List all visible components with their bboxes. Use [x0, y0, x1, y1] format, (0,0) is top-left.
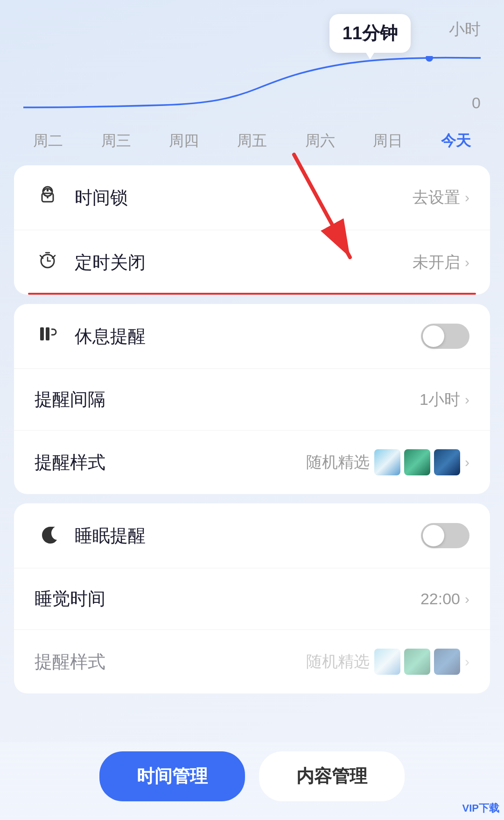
reminder-interval-value: 1小时	[420, 389, 460, 410]
time-lock-icon	[35, 184, 61, 211]
reminder-interval-item[interactable]: 提醒间隔 1小时 ›	[14, 369, 490, 431]
hours-label: 小时	[449, 19, 481, 40]
reminder-style-label: 提醒样式	[35, 451, 306, 474]
content-management-tab[interactable]: 内容管理	[259, 751, 405, 801]
section-timers: 时间锁 去设置 › 定时关闭 未开启 ›	[14, 165, 490, 295]
day-thu: 周五	[237, 131, 267, 151]
reminder-interval-chevron: ›	[465, 392, 469, 408]
sleep-style-value: 随机精选	[306, 651, 370, 672]
time-lock-label: 时间锁	[75, 186, 413, 210]
reminder-thumbnails	[374, 449, 460, 475]
day-today: 今天	[441, 131, 471, 151]
timer-off-label: 定时关闭	[75, 251, 413, 275]
days-row: 周二 周三 周四 周五 周六 周日 今天	[0, 121, 504, 165]
red-underline	[28, 293, 476, 295]
break-reminder-label: 休息提醒	[75, 325, 421, 348]
sleep-time-chevron: ›	[465, 591, 469, 607]
reminder-style-item[interactable]: 提醒样式 随机精选 ›	[14, 431, 490, 494]
section-sleep: 睡眠提醒 睡觉时间 22:00 › 提醒样式 随机精选 ›	[14, 503, 490, 693]
day-wed: 周四	[169, 131, 199, 151]
sleep-thumbnails	[374, 649, 460, 675]
top-section: 11分钟 小时 0	[0, 0, 504, 121]
zero-label: 0	[472, 94, 481, 112]
svg-point-0	[426, 56, 433, 62]
timer-off-chevron: ›	[465, 254, 469, 270]
sleep-style-label: 提醒样式	[35, 650, 306, 674]
sleep-time-item[interactable]: 睡觉时间 22:00 ›	[14, 568, 490, 630]
break-reminder-item: 休息提醒	[14, 304, 490, 369]
timer-off-value: 未开启	[413, 252, 460, 273]
svg-rect-6	[40, 327, 44, 340]
day-mon: 周二	[33, 131, 63, 151]
reminder-interval-label: 提醒间隔	[35, 388, 420, 411]
section-break: 休息提醒 提醒间隔 1小时 › 提醒样式 随机精选 ›	[14, 304, 490, 494]
svg-rect-7	[46, 327, 49, 340]
sleep-reminder-icon	[35, 522, 61, 549]
time-bubble: 11分钟	[329, 14, 411, 53]
sleep-reminder-item: 睡眠提醒	[14, 503, 490, 568]
timer-off-item[interactable]: 定时关闭 未开启 ›	[14, 230, 490, 295]
sleep-time-label: 睡觉时间	[35, 587, 420, 611]
time-management-tab[interactable]: 时间管理	[99, 751, 245, 801]
break-reminder-toggle[interactable]	[421, 324, 469, 349]
sleep-thumb-3	[434, 649, 460, 675]
vip-label: VIP	[462, 802, 479, 814]
sleep-style-chevron: ›	[465, 654, 469, 670]
sleep-time-value: 22:00	[420, 590, 460, 608]
thumb-2	[404, 449, 430, 475]
break-reminder-icon	[35, 323, 61, 350]
day-sat: 周日	[373, 131, 403, 151]
sleep-reminder-label: 睡眠提醒	[75, 524, 421, 548]
download-label: 下载	[479, 802, 499, 814]
thumb-1	[374, 449, 400, 475]
day-fri: 周六	[305, 131, 335, 151]
sleep-style-item[interactable]: 提醒样式 随机精选 ›	[14, 630, 490, 693]
sleep-reminder-toggle[interactable]	[421, 523, 469, 548]
reminder-style-value: 随机精选	[306, 452, 370, 473]
reminder-style-chevron: ›	[465, 454, 469, 470]
bottom-tab-bar: 时间管理 内容管理	[0, 742, 504, 820]
vip-watermark: VIP下载	[462, 801, 499, 815]
time-lock-item[interactable]: 时间锁 去设置 ›	[14, 165, 490, 230]
sleep-thumb-2	[404, 649, 430, 675]
thumb-3	[434, 449, 460, 475]
svg-point-3	[47, 197, 49, 198]
chart-area: 0	[23, 56, 481, 112]
time-lock-chevron: ›	[465, 190, 469, 205]
timer-off-icon	[35, 249, 61, 276]
day-tue: 周三	[101, 131, 131, 151]
sleep-thumb-1	[374, 649, 400, 675]
time-lock-value: 去设置	[413, 187, 460, 208]
